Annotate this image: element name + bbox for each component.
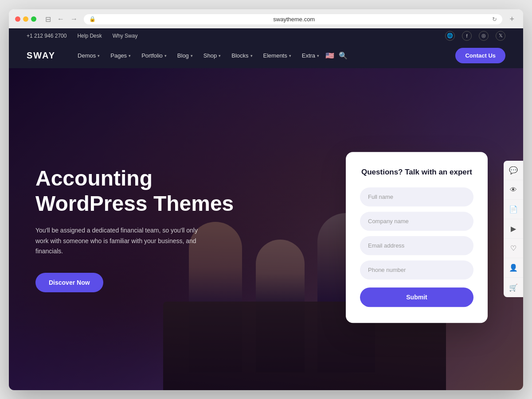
social-links: 🌐 f ◎ 𝕏 (445, 31, 505, 41)
back-button[interactable]: ← (55, 14, 66, 24)
phone-number: +1 212 946 2700 (27, 33, 66, 39)
page-sidebar-icon[interactable]: 📄 (504, 200, 523, 219)
chevron-down-icon: ▾ (98, 54, 100, 58)
hero-title: Accounting WordPress Themes (35, 166, 257, 217)
top-bar: +1 212 946 2700 Help Desk Why Sway 🌐 f ◎… (9, 28, 523, 43)
cart-sidebar-icon[interactable]: 🛒 (504, 278, 523, 297)
nav-blocks[interactable]: Blocks ▾ (227, 50, 257, 62)
forward-button[interactable]: → (69, 14, 79, 24)
chevron-down-icon: ▾ (129, 54, 131, 58)
browser-window: ⊟ ← → 🔒 swaytheme.com ↻ + +1 212 946 270… (9, 9, 523, 390)
address-bar[interactable]: 🔒 swaytheme.com ↻ (84, 14, 502, 24)
url-text: swaytheme.com (99, 16, 489, 23)
media-sidebar-icon[interactable]: ▶ (504, 219, 523, 239)
language-flag[interactable]: 🇺🇸 (325, 51, 334, 60)
hero-subtitle: You'll be assigned a dedicated financial… (35, 225, 204, 257)
browser-titlebar: ⊟ ← → 🔒 swaytheme.com ↻ + (15, 14, 517, 28)
phone-input[interactable] (360, 260, 473, 279)
form-title: Questions? Talk with an expert (360, 168, 473, 177)
chevron-down-icon: ▾ (219, 54, 221, 58)
chevron-down-icon: ▾ (317, 54, 319, 58)
discover-now-button[interactable]: Discover Now (35, 273, 103, 292)
nav-pages[interactable]: Pages ▾ (106, 50, 135, 62)
contact-form-panel: Questions? Talk with an expert Submit (346, 152, 488, 323)
facebook-icon[interactable]: f (462, 31, 472, 41)
brand-logo[interactable]: SWAY (27, 50, 55, 61)
chevron-down-icon: ▾ (164, 54, 167, 58)
company-name-input[interactable] (360, 212, 473, 231)
twitter-icon[interactable]: 𝕏 (496, 31, 505, 41)
full-name-input[interactable] (360, 187, 473, 206)
sidebar-toggle-button[interactable]: ⊟ (43, 14, 53, 24)
email-input[interactable] (360, 236, 473, 255)
right-sidebar: 💬 👁 📄 ▶ ♡ 👤 🛒 (504, 161, 523, 297)
nav-demos[interactable]: Demos ▾ (73, 50, 104, 62)
nav-blog[interactable]: Blog ▾ (173, 50, 197, 62)
why-sway-link[interactable]: Why Sway (113, 33, 138, 39)
chat-sidebar-icon[interactable]: 💬 (504, 161, 523, 180)
nav-portfolio[interactable]: Portfolio ▾ (137, 50, 171, 62)
new-tab-button[interactable]: + (507, 14, 517, 25)
traffic-lights (15, 16, 36, 22)
nav-links: Demos ▾ Pages ▾ Portfolio ▾ Blog ▾ Shop … (73, 49, 455, 62)
wishlist-sidebar-icon[interactable]: ♡ (504, 239, 523, 258)
preview-sidebar-icon[interactable]: 👁 (504, 180, 523, 200)
nav-elements[interactable]: Elements ▾ (259, 50, 296, 62)
browser-chrome: ⊟ ← → 🔒 swaytheme.com ↻ + (9, 9, 523, 28)
chevron-down-icon: ▾ (289, 54, 291, 58)
maximize-button[interactable] (31, 16, 36, 22)
instagram-icon[interactable]: ◎ (479, 31, 489, 41)
account-sidebar-icon[interactable]: 👤 (504, 258, 523, 278)
hero-section: Accounting WordPress Themes You'll be as… (9, 68, 523, 390)
nav-shop[interactable]: Shop ▾ (199, 50, 225, 62)
submit-button[interactable]: Submit (360, 287, 473, 307)
lock-icon: 🔒 (89, 16, 96, 22)
search-icon[interactable]: 🔍 (336, 49, 350, 62)
reload-icon[interactable]: ↻ (492, 16, 497, 23)
contact-us-button[interactable]: Contact Us (455, 48, 505, 63)
main-navigation: SWAY Demos ▾ Pages ▾ Portfolio ▾ Blog ▾ … (9, 43, 523, 68)
globe-icon[interactable]: 🌐 (445, 31, 455, 41)
browser-controls: ⊟ ← → (43, 14, 79, 24)
help-desk-link[interactable]: Help Desk (77, 33, 102, 39)
chevron-down-icon: ▾ (191, 54, 193, 58)
close-button[interactable] (15, 16, 20, 22)
minimize-button[interactable] (23, 16, 28, 22)
nav-extra[interactable]: Extra ▾ (297, 50, 324, 62)
chevron-down-icon: ▾ (250, 54, 253, 58)
